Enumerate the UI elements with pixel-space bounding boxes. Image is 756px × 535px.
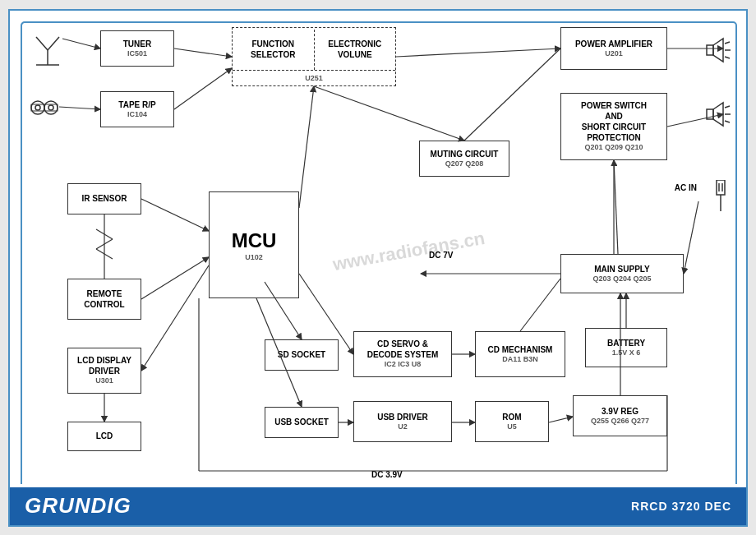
usb-socket-block: USB SOCKET	[265, 407, 339, 438]
svg-line-32	[299, 86, 314, 208]
watermark: www.radiofans.cn	[331, 227, 486, 274]
svg-line-24	[174, 48, 232, 57]
reg-39v-block: 3.9V REG Q255 Q266 Q277	[573, 395, 667, 436]
usb-driver-block: USB DRIVER U2	[353, 401, 452, 442]
svg-line-25	[174, 68, 232, 109]
diagram-area: www.radiofans.cn	[18, 19, 738, 484]
svg-line-11	[725, 42, 730, 44]
battery-block: BATTERY 1.5V X 6	[585, 328, 667, 367]
cd-servo-block: CD SERVO & DECODE SYSTEM IC2 IC3 U8	[353, 331, 452, 377]
svg-line-27	[396, 48, 560, 57]
speaker-top-icon	[705, 37, 731, 63]
cd-mechanism-block: CD MECHANISM DA11 B3N	[475, 331, 565, 377]
svg-rect-14	[707, 109, 713, 119]
svg-marker-15	[713, 103, 723, 126]
ac-in-label: AC IN	[675, 183, 697, 192]
model-number: RRCD 3720 DEC	[631, 500, 731, 513]
antenna-icon	[33, 34, 62, 67]
svg-point-6	[44, 101, 58, 114]
svg-line-23	[62, 39, 100, 48]
svg-marker-10	[713, 39, 723, 62]
ac-plug-icon	[712, 180, 730, 211]
svg-line-33	[141, 199, 209, 231]
svg-line-2	[48, 37, 59, 50]
svg-line-30	[314, 86, 464, 141]
svg-line-56	[684, 201, 698, 274]
footer: GRUNDIG RRCD 3720 DEC	[10, 487, 746, 525]
svg-line-35	[96, 229, 113, 239]
tape-block: TAPE R/P IC104	[100, 91, 174, 127]
svg-line-18	[725, 121, 730, 122]
power-amplifier-block: POWER AMPLIFIER U201	[560, 27, 667, 70]
svg-line-16	[725, 106, 730, 108]
svg-line-38	[141, 257, 209, 299]
svg-point-7	[48, 105, 53, 110]
svg-line-45	[520, 279, 560, 331]
tape-reel-icon	[30, 93, 59, 122]
svg-line-48	[549, 417, 573, 422]
dc7v-label: DC 7V	[429, 251, 453, 260]
svg-line-26	[59, 107, 100, 109]
svg-line-37	[96, 249, 113, 259]
brand-logo: GRUNDIG	[25, 493, 131, 519]
mcu-block: MCU U102	[209, 191, 299, 298]
svg-line-36	[96, 239, 113, 249]
svg-line-39	[141, 265, 209, 371]
dc39v-label: DC 3.9V	[371, 470, 403, 479]
svg-point-4	[31, 101, 44, 114]
svg-rect-19	[717, 180, 725, 195]
main-supply-block: MAIN SUPPLY Q203 Q204 Q205	[560, 254, 684, 293]
tuner-block: TUNER IC501	[100, 30, 174, 67]
page: www.radiofans.cn	[8, 9, 748, 527]
svg-line-13	[725, 57, 730, 58]
muting-block: MUTING CIRCUIT Q207 Q208	[419, 141, 509, 177]
remote-control-block: REMOTE CONTROL	[67, 279, 141, 320]
function-selector-block: FUNCTION SELECTOR ELECTRONIC VOLUNE U251	[232, 27, 396, 86]
lcd-block: LCD	[67, 422, 141, 451]
sd-socket-block: SD SOCKET	[265, 339, 339, 371]
svg-rect-9	[707, 45, 713, 55]
svg-line-51	[614, 160, 618, 254]
rom-block: ROM U5	[475, 401, 549, 442]
svg-line-31	[464, 48, 560, 141]
svg-line-1	[36, 37, 48, 50]
svg-point-5	[35, 105, 40, 110]
power-switch-block: POWER SWITCH AND SHORT CIRCUIT PROTECTIO…	[560, 93, 667, 160]
ir-sensor-block: IR SENSOR	[67, 183, 141, 214]
lcd-driver-block: LCD DISPLAY DRIVER U301	[67, 348, 141, 394]
speaker-bottom-icon	[705, 101, 731, 127]
